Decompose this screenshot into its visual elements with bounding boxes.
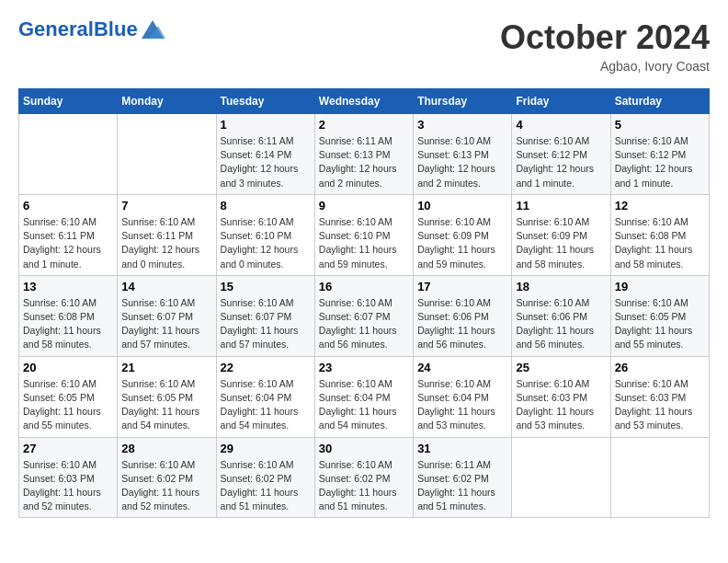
day-info: Sunrise: 6:11 AMSunset: 6:13 PMDaylight:…	[319, 134, 409, 190]
day-number: 31	[417, 442, 507, 455]
day-info: Sunrise: 6:10 AMSunset: 6:03 PMDaylight:…	[23, 458, 113, 514]
calendar-cell: 31Sunrise: 6:11 AMSunset: 6:02 PMDayligh…	[414, 437, 512, 518]
calendar-cell: 15Sunrise: 6:10 AMSunset: 6:07 PMDayligh…	[216, 275, 314, 356]
calendar-cell: 28Sunrise: 6:10 AMSunset: 6:02 PMDayligh…	[118, 437, 216, 518]
weekday-sunday: Sunday	[19, 89, 118, 114]
day-number: 18	[516, 280, 606, 293]
calendar-cell: 27Sunrise: 6:10 AMSunset: 6:03 PMDayligh…	[19, 437, 118, 518]
day-number: 13	[23, 280, 113, 293]
day-info: Sunrise: 6:10 AMSunset: 6:12 PMDaylight:…	[615, 134, 705, 190]
day-info: Sunrise: 6:10 AMSunset: 6:07 PMDaylight:…	[319, 296, 409, 352]
day-info: Sunrise: 6:10 AMSunset: 6:05 PMDaylight:…	[121, 377, 211, 433]
calendar-cell: 10Sunrise: 6:10 AMSunset: 6:09 PMDayligh…	[414, 194, 512, 275]
day-number: 8	[221, 199, 311, 213]
day-number: 30	[319, 442, 409, 455]
day-number: 4	[516, 118, 606, 132]
calendar-cell: 26Sunrise: 6:10 AMSunset: 6:03 PMDayligh…	[610, 356, 709, 437]
weekday-monday: Monday	[118, 89, 216, 114]
day-info: Sunrise: 6:10 AMSunset: 6:04 PMDaylight:…	[319, 377, 409, 433]
day-number: 19	[615, 280, 705, 293]
calendar-cell: 25Sunrise: 6:10 AMSunset: 6:03 PMDayligh…	[512, 356, 610, 437]
calendar-cell: 8Sunrise: 6:10 AMSunset: 6:10 PMDaylight…	[216, 194, 314, 275]
weekday-saturday: Saturday	[610, 89, 709, 114]
day-info: Sunrise: 6:11 AMSunset: 6:14 PMDaylight:…	[221, 134, 311, 190]
day-info: Sunrise: 6:11 AMSunset: 6:02 PMDaylight:…	[417, 458, 507, 514]
day-number: 9	[319, 199, 409, 213]
calendar-cell: 18Sunrise: 6:10 AMSunset: 6:06 PMDayligh…	[512, 275, 610, 356]
day-info: Sunrise: 6:10 AMSunset: 6:03 PMDaylight:…	[516, 377, 606, 433]
calendar-cell: 5Sunrise: 6:10 AMSunset: 6:12 PMDaylight…	[610, 114, 709, 195]
calendar-cell: 17Sunrise: 6:10 AMSunset: 6:06 PMDayligh…	[414, 275, 512, 356]
calendar-cell: 14Sunrise: 6:10 AMSunset: 6:07 PMDayligh…	[118, 275, 216, 356]
day-number: 12	[615, 199, 705, 213]
calendar-cell: 6Sunrise: 6:10 AMSunset: 6:11 PMDaylight…	[19, 194, 118, 275]
calendar-cell: 11Sunrise: 6:10 AMSunset: 6:09 PMDayligh…	[512, 194, 610, 275]
calendar-cell: 16Sunrise: 6:10 AMSunset: 6:07 PMDayligh…	[314, 275, 413, 356]
weekday-tuesday: Tuesday	[216, 89, 314, 114]
logo-text: GeneralBlue	[18, 18, 138, 40]
weekday-wednesday: Wednesday	[314, 89, 413, 114]
day-info: Sunrise: 6:10 AMSunset: 6:13 PMDaylight:…	[417, 134, 507, 190]
day-number: 22	[221, 361, 311, 374]
day-info: Sunrise: 6:10 AMSunset: 6:08 PMDaylight:…	[615, 215, 705, 271]
day-number: 2	[319, 118, 409, 132]
day-number: 17	[417, 280, 507, 293]
day-number: 27	[23, 442, 113, 455]
day-info: Sunrise: 6:10 AMSunset: 6:12 PMDaylight:…	[516, 134, 606, 190]
calendar-cell: 13Sunrise: 6:10 AMSunset: 6:08 PMDayligh…	[19, 275, 118, 356]
day-number: 3	[417, 118, 507, 132]
calendar-cell: 19Sunrise: 6:10 AMSunset: 6:05 PMDayligh…	[610, 275, 709, 356]
day-info: Sunrise: 6:10 AMSunset: 6:08 PMDaylight:…	[23, 296, 113, 352]
calendar-cell	[19, 114, 118, 195]
calendar-cell	[118, 114, 216, 195]
day-info: Sunrise: 6:10 AMSunset: 6:09 PMDaylight:…	[417, 215, 507, 271]
calendar-cell: 3Sunrise: 6:10 AMSunset: 6:13 PMDaylight…	[414, 114, 512, 195]
day-number: 15	[221, 280, 311, 293]
location: Agbao, Ivory Coast	[500, 59, 710, 74]
day-number: 6	[23, 199, 113, 213]
calendar-cell: 4Sunrise: 6:10 AMSunset: 6:12 PMDaylight…	[512, 114, 610, 195]
month-title: October 2024	[500, 18, 710, 57]
day-number: 16	[319, 280, 409, 293]
day-number: 28	[121, 442, 211, 455]
calendar-cell: 2Sunrise: 6:11 AMSunset: 6:13 PMDaylight…	[314, 114, 413, 195]
calendar-cell: 9Sunrise: 6:10 AMSunset: 6:10 PMDaylight…	[314, 194, 413, 275]
calendar-cell: 21Sunrise: 6:10 AMSunset: 6:05 PMDayligh…	[118, 356, 216, 437]
calendar-cell: 24Sunrise: 6:10 AMSunset: 6:04 PMDayligh…	[414, 356, 512, 437]
day-number: 5	[615, 118, 705, 132]
day-number: 23	[319, 361, 409, 374]
day-info: Sunrise: 6:10 AMSunset: 6:04 PMDaylight:…	[221, 377, 311, 433]
calendar-cell	[512, 437, 610, 518]
day-info: Sunrise: 6:10 AMSunset: 6:07 PMDaylight:…	[121, 296, 211, 352]
calendar-cell: 12Sunrise: 6:10 AMSunset: 6:08 PMDayligh…	[610, 194, 709, 275]
day-number: 29	[221, 442, 311, 455]
day-number: 25	[516, 361, 606, 374]
calendar-cell: 23Sunrise: 6:10 AMSunset: 6:04 PMDayligh…	[314, 356, 413, 437]
calendar-cell: 29Sunrise: 6:10 AMSunset: 6:02 PMDayligh…	[216, 437, 314, 518]
weekday-thursday: Thursday	[414, 89, 512, 114]
logo: GeneralBlue	[18, 18, 165, 40]
day-info: Sunrise: 6:10 AMSunset: 6:02 PMDaylight:…	[221, 458, 311, 514]
day-number: 14	[121, 280, 211, 293]
calendar-cell: 22Sunrise: 6:10 AMSunset: 6:04 PMDayligh…	[216, 356, 314, 437]
day-number: 20	[23, 361, 113, 374]
day-info: Sunrise: 6:10 AMSunset: 6:07 PMDaylight:…	[221, 296, 311, 352]
day-info: Sunrise: 6:10 AMSunset: 6:06 PMDaylight:…	[516, 296, 606, 352]
calendar-cell: 1Sunrise: 6:11 AMSunset: 6:14 PMDaylight…	[216, 114, 314, 195]
page-header: GeneralBlue October 2024 Agbao, Ivory Co…	[18, 18, 710, 74]
day-info: Sunrise: 6:10 AMSunset: 6:05 PMDaylight:…	[615, 296, 705, 352]
day-number: 1	[221, 118, 311, 132]
day-info: Sunrise: 6:10 AMSunset: 6:10 PMDaylight:…	[221, 215, 311, 271]
title-area: October 2024 Agbao, Ivory Coast	[500, 18, 710, 74]
day-info: Sunrise: 6:10 AMSunset: 6:06 PMDaylight:…	[417, 296, 507, 352]
day-info: Sunrise: 6:10 AMSunset: 6:11 PMDaylight:…	[23, 215, 113, 271]
calendar-cell: 20Sunrise: 6:10 AMSunset: 6:05 PMDayligh…	[19, 356, 118, 437]
day-number: 21	[121, 361, 211, 374]
day-info: Sunrise: 6:10 AMSunset: 6:02 PMDaylight:…	[121, 458, 211, 514]
calendar-table: SundayMondayTuesdayWednesdayThursdayFrid…	[18, 88, 710, 518]
day-info: Sunrise: 6:10 AMSunset: 6:09 PMDaylight:…	[516, 215, 606, 271]
day-info: Sunrise: 6:10 AMSunset: 6:04 PMDaylight:…	[417, 377, 507, 433]
day-info: Sunrise: 6:10 AMSunset: 6:02 PMDaylight:…	[319, 458, 409, 514]
day-info: Sunrise: 6:10 AMSunset: 6:10 PMDaylight:…	[319, 215, 409, 271]
day-number: 10	[417, 199, 507, 213]
